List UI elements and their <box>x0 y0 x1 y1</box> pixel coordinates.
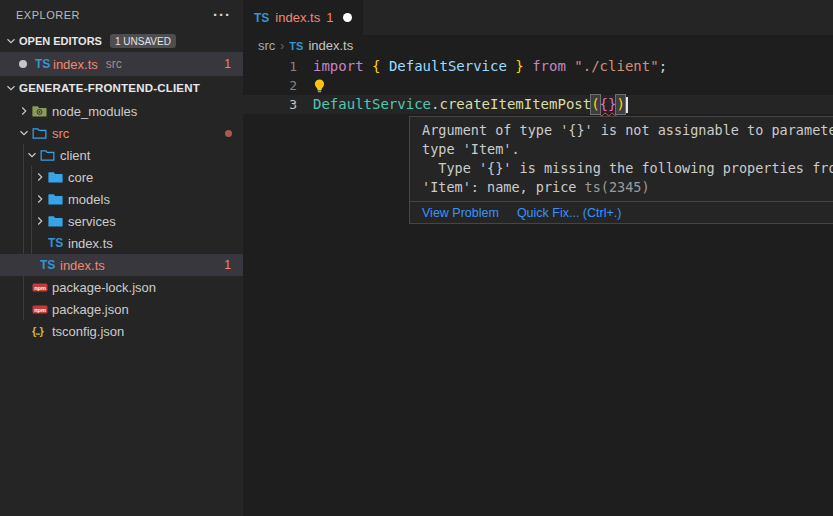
chevron-down-icon <box>4 81 18 95</box>
chevron-down-icon <box>25 148 39 162</box>
tree-item-node-modules[interactable]: node_modules <box>0 100 243 122</box>
tree-item-label: node_modules <box>52 104 137 119</box>
tree-item-label: package.json <box>52 302 129 317</box>
tree-item-core[interactable]: core <box>0 166 243 188</box>
code-token: } <box>507 57 524 76</box>
tab-error-count: 1 <box>326 10 333 25</box>
svg-text:npm: npm <box>34 307 46 313</box>
tree-item-package-lock-json[interactable]: npmpackage-lock.json <box>0 276 243 298</box>
line-number: 2 <box>243 76 297 95</box>
error-tooltip: Argument of type '{}' is not assignable … <box>409 116 833 224</box>
view-problem-link[interactable]: View Problem <box>422 206 499 220</box>
code-line-3[interactable]: 3DefaultService.createItemItemPost({}) <box>243 95 833 114</box>
code-token: { <box>372 57 389 76</box>
tab-index-ts[interactable]: TS index.ts 1 <box>243 0 363 35</box>
code-token: ) <box>615 94 625 115</box>
lightbulb-icon[interactable] <box>313 78 326 94</box>
tree-item-label: tsconfig.json <box>52 324 124 339</box>
tree-item-label: client <box>60 148 90 163</box>
svg-text:npm: npm <box>34 285 46 291</box>
workspace-label: GENERATE-FRONTEND-CLIENT <box>19 82 200 94</box>
tree-item-label: services <box>68 214 116 229</box>
folder-icon <box>48 170 63 184</box>
tooltip-line: 'Item': name, price ts(2345) <box>422 178 833 197</box>
tree-item-label: models <box>68 192 110 207</box>
chevron-down-icon <box>3 34 19 48</box>
folder-open-icon <box>40 148 55 162</box>
line-number: 1 <box>243 57 297 76</box>
ts-icon: TS <box>48 236 66 250</box>
error-count-badge: 1 <box>224 57 231 71</box>
tree-item-client[interactable]: client <box>0 144 243 166</box>
tree-item-models[interactable]: models <box>0 188 243 210</box>
folder-open-icon <box>32 126 47 140</box>
quick-fix-link[interactable]: Quick Fix... (Ctrl+.) <box>517 206 622 220</box>
chevron-right-icon <box>33 214 47 228</box>
tooltip-line: Argument of type '{}' is not assignable … <box>422 121 833 140</box>
editor-tabs: TS index.ts 1 <box>243 0 833 35</box>
breadcrumb: src › TS index.ts <box>243 35 833 56</box>
npm-icon: npm <box>32 302 48 316</box>
file-tree: node_modulessrcclientcoremodelsservicesT… <box>0 100 243 342</box>
modified-dot-icon <box>19 60 27 68</box>
code-token: . <box>431 95 439 114</box>
code-token: createItemItemPost <box>439 95 591 114</box>
explorer-title: EXPLORER <box>16 9 80 21</box>
more-actions-icon[interactable]: ··· <box>213 10 231 20</box>
chevron-down-icon <box>17 126 31 140</box>
ts-icon: TS <box>289 40 303 52</box>
folder-icon <box>48 214 63 228</box>
chevron-down-icon <box>3 81 19 95</box>
tree-item-label: index.ts <box>68 236 113 251</box>
open-editors-label: OPEN EDITORS <box>19 35 102 47</box>
node-modules-folder-icon <box>32 104 47 118</box>
breadcrumb-item-file[interactable]: index.ts <box>308 38 353 53</box>
breadcrumb-item-folder[interactable]: src <box>258 38 275 53</box>
ts-icon: TS <box>254 11 269 25</box>
tree-item-tsconfig-json[interactable]: {..}tsconfig.json <box>0 320 243 342</box>
file-description: src <box>106 57 122 71</box>
line-number: 3 <box>243 95 297 114</box>
code-token: DefaultService <box>389 57 507 76</box>
code-area[interactable]: 1import { DefaultService } from "./clien… <box>243 56 833 114</box>
error-code: ts(2345) <box>585 179 650 195</box>
chevron-right-icon <box>33 192 47 206</box>
unsaved-badge: 1 UNSAVED <box>110 34 176 48</box>
npm-icon: npm <box>32 280 48 294</box>
file-label: index.ts <box>53 57 98 72</box>
tooltip-line: Type '{}' is missing the following prope… <box>422 159 833 178</box>
chevron-down-icon <box>4 34 18 48</box>
code-token: "./client" <box>574 57 658 76</box>
code-token: {} <box>600 95 617 114</box>
tree-item-label: core <box>68 170 93 185</box>
json-braces-icon: {..} <box>32 325 43 337</box>
tree-item-services[interactable]: services <box>0 210 243 232</box>
code-token: from <box>524 57 575 76</box>
code-line-2[interactable]: 2 <box>243 76 833 95</box>
error-count-badge: 1 <box>224 258 231 272</box>
ts-icon: TS <box>40 258 58 272</box>
tree-item-index-ts[interactable]: TSindex.ts1 <box>0 254 243 276</box>
explorer-panel: EXPLORER ··· OPEN EDITORS 1 UNSAVED TS i… <box>0 0 243 516</box>
code-token: DefaultService <box>313 95 431 114</box>
breadcrumb-separator-icon: › <box>280 39 284 53</box>
code-token: import <box>313 57 372 76</box>
chevron-right-icon <box>33 170 47 184</box>
folder-icon <box>48 192 63 206</box>
tree-item-label: src <box>52 126 69 141</box>
tree-item-src[interactable]: src <box>0 122 243 144</box>
tab-label: index.ts <box>275 10 320 25</box>
tree-item-package-json[interactable]: npmpackage.json <box>0 298 243 320</box>
section-workspace[interactable]: GENERATE-FRONTEND-CLIENT <box>0 76 243 100</box>
tab-modified-dot-icon <box>343 13 352 22</box>
code-line-1[interactable]: 1import { DefaultService } from "./clien… <box>243 57 833 76</box>
tree-item-index-ts[interactable]: TSindex.ts <box>0 232 243 254</box>
ts-icon: TS <box>35 57 53 71</box>
chevron-right-icon <box>17 104 31 118</box>
section-open-editors[interactable]: OPEN EDITORS 1 UNSAVED <box>0 30 243 52</box>
tooltip-line: type 'Item'. <box>422 140 833 159</box>
tooltip-message: Argument of type '{}' is not assignable … <box>410 117 833 201</box>
open-editor-item-index-ts[interactable]: TS index.ts src 1 <box>0 52 243 76</box>
tree-item-label: index.ts <box>60 258 105 273</box>
editor-group: TS index.ts 1 src › TS index.ts 1import … <box>243 0 833 516</box>
